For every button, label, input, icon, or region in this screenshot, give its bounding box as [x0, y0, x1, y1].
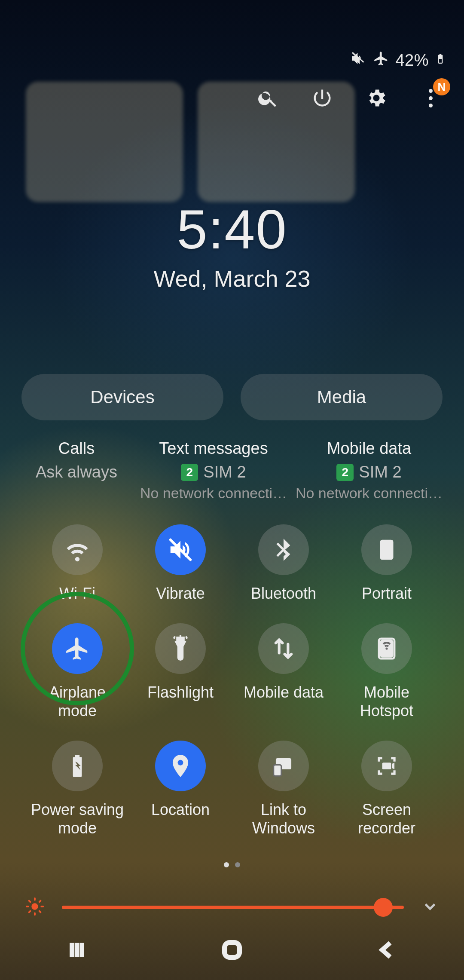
quick-settings-grid: Wi-Fi Vibrate Bluetooth Portrait Airplan… — [30, 524, 434, 837]
svg-point-4 — [31, 903, 38, 910]
link-windows-toggle[interactable]: Link to Windows — [236, 741, 331, 837]
flashlight-icon — [155, 623, 206, 674]
airplane-icon — [52, 623, 103, 674]
sim-chip-icon: 2 — [181, 464, 198, 481]
clock-time: 5:40 — [0, 198, 464, 261]
panel-actions: N — [256, 86, 443, 110]
svg-point-1 — [385, 648, 388, 650]
airplane-status-icon — [373, 50, 389, 70]
wifi-toggle[interactable]: Wi-Fi — [30, 524, 125, 603]
bluetooth-toggle[interactable]: Bluetooth — [236, 524, 331, 603]
sim-data-value: SIM 2 — [359, 463, 401, 481]
screen-recorder-label: Screen recorder — [339, 801, 434, 837]
page-indicator — [0, 862, 464, 867]
flashlight-toggle[interactable]: Flashlight — [133, 623, 228, 720]
svg-rect-5 — [224, 943, 239, 958]
screen-recorder-toggle[interactable]: Screen recorder — [339, 741, 434, 837]
brightness-icon — [25, 897, 45, 918]
power-saving-toggle[interactable]: Power saving mode — [30, 741, 125, 837]
homescreen-widget — [26, 82, 183, 202]
link-windows-label: Link to Windows — [236, 801, 331, 837]
power-button[interactable] — [310, 86, 334, 110]
sim-texts-sub: No network connecti… — [140, 485, 287, 502]
media-button[interactable]: Media — [241, 374, 443, 420]
bluetooth-icon — [258, 524, 309, 575]
wifi-icon — [52, 524, 103, 575]
location-label: Location — [151, 801, 210, 819]
sim-data-title: Mobile data — [296, 439, 443, 458]
brightness-expand-button[interactable] — [421, 897, 439, 917]
sim-calls-title: Calls — [21, 439, 131, 458]
power-saving-icon — [52, 741, 103, 791]
mobile-data-toggle[interactable]: Mobile data — [236, 623, 331, 720]
navigation-bar — [0, 937, 464, 965]
clock-area: 5:40 Wed, March 23 — [0, 198, 464, 292]
rotation-toggle[interactable]: Portrait — [339, 524, 434, 603]
sim-texts[interactable]: Text messages 2SIM 2 No network connecti… — [140, 439, 287, 502]
location-toggle[interactable]: Location — [133, 741, 228, 837]
more-icon — [429, 89, 433, 107]
flashlight-label: Flashlight — [147, 683, 214, 701]
airplane-toggle[interactable]: Airplane mode — [30, 623, 125, 720]
location-icon — [155, 741, 206, 791]
more-button[interactable]: N — [418, 86, 443, 110]
page-dot — [235, 862, 240, 867]
battery-text: 42% — [395, 51, 429, 70]
battery-icon — [435, 49, 446, 72]
sim-texts-value: SIM 2 — [203, 463, 246, 481]
search-button[interactable] — [256, 86, 280, 110]
sim-info-row: Calls Ask always Text messages 2SIM 2 No… — [21, 439, 443, 502]
portrait-label: Portrait — [362, 585, 412, 603]
device-media-pills: Devices Media — [21, 374, 443, 420]
hotspot-icon — [361, 623, 412, 674]
back-button[interactable] — [375, 938, 399, 964]
vibrate-label: Vibrate — [156, 585, 205, 603]
page-dot — [224, 862, 229, 867]
vibrate-icon — [155, 524, 206, 575]
svg-rect-3 — [274, 765, 281, 776]
brightness-slider[interactable] — [62, 906, 404, 909]
home-button[interactable] — [219, 937, 245, 965]
bluetooth-label: Bluetooth — [251, 585, 316, 603]
wifi-label: Wi-Fi — [59, 585, 95, 603]
lock-rotation-icon — [361, 524, 412, 575]
hotspot-label: Mobile Hotspot — [339, 683, 434, 720]
status-bar: 42% — [350, 49, 446, 72]
power-saving-label: Power saving mode — [30, 801, 125, 837]
sim-data-sub: No network connecti… — [296, 485, 443, 502]
vibrate-toggle[interactable]: Vibrate — [133, 524, 228, 603]
brightness-row — [25, 897, 439, 918]
mute-vibrate-icon — [350, 50, 367, 71]
devices-button[interactable]: Devices — [21, 374, 223, 420]
clock-date: Wed, March 23 — [0, 265, 464, 292]
brightness-thumb[interactable] — [374, 898, 393, 917]
sim-calls[interactable]: Calls Ask always — [21, 439, 131, 502]
notification-badge: N — [433, 78, 450, 95]
sim-texts-title: Text messages — [140, 439, 287, 458]
sim-calls-value: Ask always — [21, 463, 131, 481]
sim-data[interactable]: Mobile data 2SIM 2 No network connecti… — [296, 439, 443, 502]
link-windows-icon — [258, 741, 309, 791]
recents-button[interactable] — [65, 938, 89, 964]
mobile-data-label: Mobile data — [244, 683, 324, 701]
airplane-label: Airplane mode — [30, 683, 125, 720]
settings-button[interactable] — [364, 86, 388, 110]
sim-chip-icon: 2 — [336, 464, 354, 481]
hotspot-toggle[interactable]: Mobile Hotspot — [339, 623, 434, 720]
screen-recorder-icon — [361, 741, 412, 791]
mobile-data-icon — [258, 623, 309, 674]
